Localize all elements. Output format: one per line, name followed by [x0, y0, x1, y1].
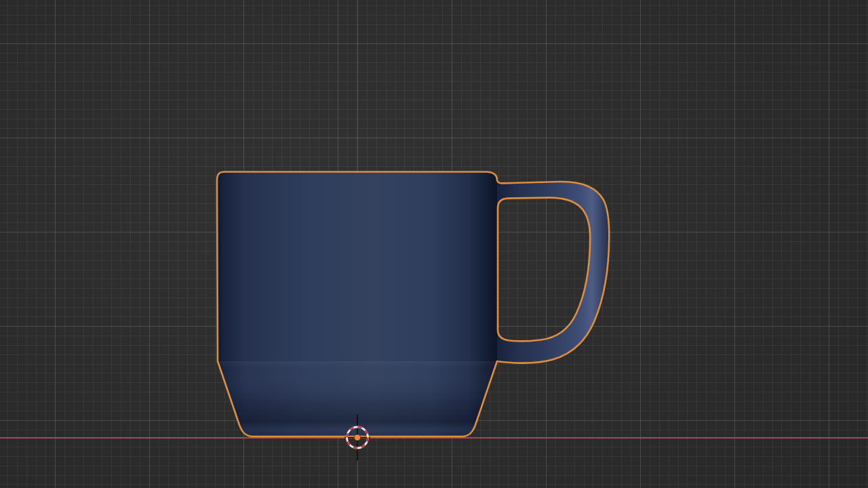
scene-layer: [0, 0, 868, 488]
mug-handle: [497, 180, 609, 363]
object-origin-dot: [354, 434, 360, 441]
viewport-3d[interactable]: [0, 0, 868, 488]
mug-object[interactable]: [217, 172, 609, 437]
